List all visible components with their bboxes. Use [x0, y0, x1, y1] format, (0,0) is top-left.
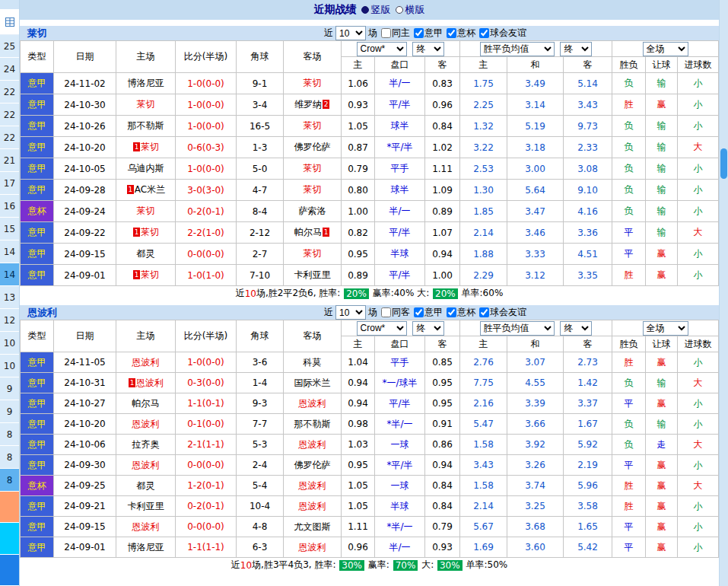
goals-result-cell: 小	[678, 116, 719, 137]
result-cell: 胜	[612, 476, 646, 496]
asia-away-odds: 0.84	[425, 476, 460, 496]
sidebar-value-cell: 9	[0, 377, 19, 400]
odds-company-select[interactable]: Crow*	[357, 42, 407, 56]
home-team: 1莱切	[116, 137, 176, 158]
filter-same-venue[interactable]: 同客	[381, 306, 410, 319]
scope-select[interactable]: 全场	[643, 42, 688, 56]
asia-home-odds: 0.95	[342, 244, 375, 265]
sidebar-top-cell[interactable]	[0, 9, 19, 35]
team-label: 莱切	[304, 184, 322, 195]
europe-draw-odds: 3.12	[507, 265, 564, 286]
footer-stat: 20%	[433, 288, 458, 299]
away-team: 恩波利	[284, 393, 342, 414]
team-label: 萨索洛	[299, 205, 326, 216]
europe-avg-select[interactable]: 胜平负均值	[480, 321, 555, 336]
europe-final-select[interactable]: 终	[560, 321, 592, 336]
same-venue-checkbox[interactable]	[381, 28, 391, 38]
filter-serie-a[interactable]: 意甲	[414, 27, 443, 40]
layout-option-vertical[interactable]: 竖版	[361, 3, 391, 17]
stats-footer: 近10场,胜3平4负3, 胜率: 30% 赢率: 70% 大: 30% 单率:5…	[20, 558, 719, 572]
coppa-italia-checkbox[interactable]	[447, 28, 456, 38]
scrollbar[interactable]	[719, 0, 728, 586]
layout-horizontal-label[interactable]: 横版	[405, 3, 425, 17]
match-row: 意甲24-09-21卡利亚里0-2(0-1)10-4恩波利1.05半球0.842…	[21, 496, 719, 517]
filter-friendly[interactable]: 球会友谊	[479, 27, 526, 40]
col-eu-away: 客	[564, 57, 612, 73]
europe-home-odds: 3.22	[460, 137, 507, 158]
asia-handicap: 一球	[375, 476, 425, 496]
team-label: 恩波利	[299, 542, 326, 553]
friendly-checkbox[interactable]	[479, 28, 489, 38]
scrollbar-thumb[interactable]	[720, 148, 727, 179]
serie-a-checkbox[interactable]	[414, 307, 424, 317]
col-asia-home: 主	[342, 336, 375, 352]
goals-result-cell: 小	[678, 393, 719, 414]
radio-unselected-icon[interactable]	[396, 6, 403, 14]
layout-option-horizontal[interactable]: 横版	[396, 3, 425, 17]
match-date: 24-09-01	[54, 537, 116, 558]
europe-home-odds: 2.76	[460, 352, 507, 373]
filter-serie-a[interactable]: 意甲	[414, 306, 443, 319]
footer-stat: 场,胜2平2负6, 胜率:	[256, 287, 343, 300]
asia-home-odds: 0.94	[342, 373, 375, 393]
home-team: 都灵	[116, 244, 176, 265]
filter-coppa-italia[interactable]: 意杯	[447, 27, 475, 40]
sidebar-value-cell: 14	[0, 263, 19, 286]
recent-count-select[interactable]: 10	[335, 305, 366, 320]
home-team: 都灵	[116, 476, 176, 496]
europe-draw-odds: 3.68	[507, 517, 564, 537]
asia-handicap: 一球	[375, 435, 425, 455]
serie-a-checkbox[interactable]	[414, 28, 424, 38]
europe-draw-odds: 3.60	[507, 537, 564, 558]
friendly-checkbox[interactable]	[479, 307, 489, 317]
match-row: 意甲24-09-281AC米兰3-0(3-0)4-7莱切0.80球半1.091.…	[21, 180, 719, 201]
europe-away-odds: 5.96	[564, 476, 612, 496]
asia-away-odds: 1.00	[425, 265, 460, 286]
europe-avg-select[interactable]: 胜平负均值	[480, 42, 555, 56]
sidebar-value-cell: 8	[0, 423, 19, 446]
competition-badge: 意甲	[21, 352, 54, 373]
home-team: 那不勒斯	[116, 116, 176, 137]
europe-home-odds: 7.75	[460, 373, 507, 393]
europe-draw-odds: 3.74	[507, 476, 564, 496]
europe-draw-odds: 3.18	[507, 137, 564, 158]
odds-company-select[interactable]: Crow*	[357, 321, 407, 336]
corner-count: 3-4	[237, 94, 284, 116]
europe-home-odds: 1.69	[460, 537, 507, 558]
match-date: 24-09-21	[54, 496, 116, 517]
scope-select[interactable]: 全场	[643, 321, 688, 336]
asia-away-odds: 1.02	[425, 137, 460, 158]
match-row: 意甲24-11-02博洛尼亚1-0(0-0)9-1莱切1.06半/一0.831.…	[21, 73, 719, 94]
radio-selected-icon[interactable]	[361, 6, 369, 14]
home-team: 莱切	[116, 94, 176, 116]
layout-vertical-label[interactable]: 竖版	[371, 3, 391, 17]
footer-stat: 近	[236, 287, 245, 300]
coppa-italia-checkbox[interactable]	[447, 307, 456, 317]
same-venue-checkbox[interactable]	[381, 307, 391, 317]
europe-home-odds: 3.43	[460, 455, 507, 476]
filter-friendly[interactable]: 球会友谊	[479, 306, 526, 319]
asia-handicap: 平/半	[375, 265, 425, 286]
europe-away-odds: 3.58	[564, 496, 612, 517]
home-team: 博洛尼亚	[116, 73, 176, 94]
sidebar-value-cell: 25	[0, 35, 19, 58]
home-team: 恩波利	[116, 352, 176, 373]
asia-handicap: *半/一	[375, 517, 425, 537]
footer-stat: 20%	[344, 288, 369, 299]
match-score: 1-0(0-0)	[176, 158, 237, 180]
team-label: 卡利亚里	[294, 269, 331, 280]
recent-count-select[interactable]: 10	[335, 26, 366, 40]
europe-away-odds: 5.14	[564, 73, 612, 94]
match-score: 0-0(0-0)	[176, 517, 237, 537]
corner-count: 2-4	[237, 455, 284, 476]
goals-result-cell: 小	[678, 201, 719, 222]
asia-handicap: 平手	[375, 352, 425, 373]
sidebar-value-cell: 22	[0, 81, 19, 104]
europe-home-odds: 2.25	[460, 94, 507, 116]
odds-final-select[interactable]: 终	[412, 321, 444, 336]
filter-same-venue[interactable]: 同主	[381, 27, 410, 40]
filter-coppa-italia[interactable]: 意杯	[447, 306, 475, 319]
europe-final-select[interactable]: 终	[560, 42, 592, 56]
team-label: 乌迪内斯	[128, 163, 164, 174]
odds-final-select[interactable]: 终	[412, 42, 444, 56]
